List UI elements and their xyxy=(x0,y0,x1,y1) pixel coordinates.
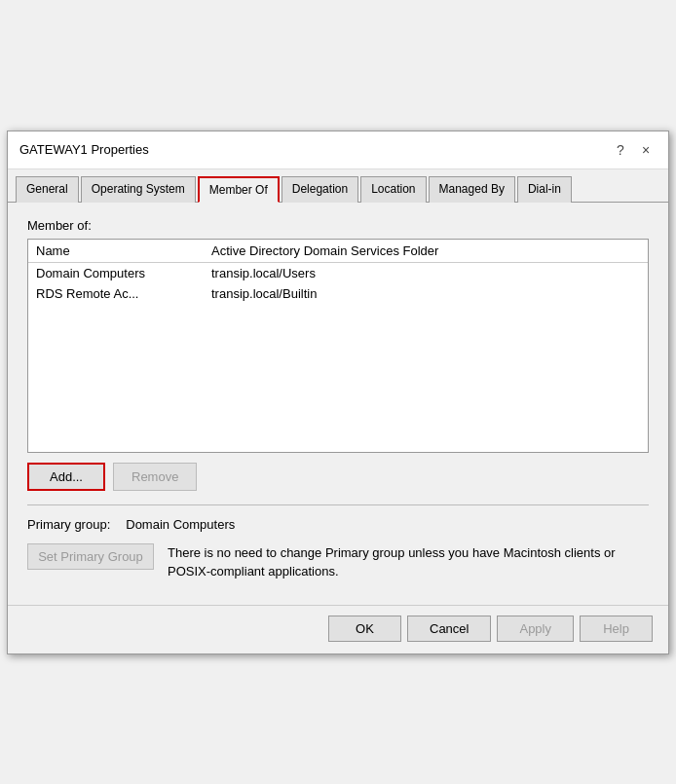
divider xyxy=(27,504,649,505)
set-primary-row: Set Primary Group There is no need to ch… xyxy=(27,543,649,581)
close-title-button[interactable]: × xyxy=(635,139,657,161)
row-folder: transip.local/Builtin xyxy=(204,283,648,304)
dialog-footer: OK Cancel Apply Help xyxy=(8,605,668,653)
add-button[interactable]: Add... xyxy=(27,463,105,491)
tab-content: Member of: Name Active Directory Domain … xyxy=(8,203,668,597)
title-bar: GATEWAY1 Properties ? × xyxy=(8,131,668,169)
col-header-folder: Active Directory Domain Services Folder xyxy=(204,240,648,263)
member-action-buttons: Add... Remove xyxy=(27,463,649,491)
tab-general[interactable]: General xyxy=(16,176,79,203)
tab-bar: General Operating System Member Of Deleg… xyxy=(8,169,668,203)
tab-delegation[interactable]: Delegation xyxy=(282,176,358,203)
row-name: Domain Computers xyxy=(28,262,204,283)
member-of-label: Member of: xyxy=(27,218,649,233)
member-of-table[interactable]: Name Active Directory Domain Services Fo… xyxy=(27,239,649,453)
row-folder: transip.local/Users xyxy=(204,262,648,283)
col-header-name: Name xyxy=(28,240,204,263)
tab-member-of[interactable]: Member Of xyxy=(198,176,280,203)
table-row[interactable]: RDS Remote Ac... transip.local/Builtin xyxy=(28,283,648,304)
remove-button[interactable]: Remove xyxy=(113,463,197,491)
help-title-button[interactable]: ? xyxy=(610,139,631,161)
row-name: RDS Remote Ac... xyxy=(28,283,204,304)
cancel-button[interactable]: Cancel xyxy=(407,616,491,642)
window-title: GATEWAY1 Properties xyxy=(19,142,149,157)
tab-dial-in[interactable]: Dial-in xyxy=(517,176,572,203)
tab-managed-by[interactable]: Managed By xyxy=(429,176,515,203)
set-primary-group-button[interactable]: Set Primary Group xyxy=(27,543,154,570)
primary-group-row: Primary group: Domain Computers xyxy=(27,517,649,532)
title-bar-controls: ? × xyxy=(610,139,657,161)
table-row[interactable]: Domain Computers transip.local/Users xyxy=(28,262,648,283)
tab-location[interactable]: Location xyxy=(360,176,426,203)
set-primary-description: There is no need to change Primary group… xyxy=(168,543,649,581)
primary-group-label: Primary group: xyxy=(27,517,110,532)
dialog-window: GATEWAY1 Properties ? × General Operatin… xyxy=(7,131,669,654)
tab-operating-system[interactable]: Operating System xyxy=(81,176,196,203)
help-button[interactable]: Help xyxy=(580,616,653,642)
primary-group-value: Domain Computers xyxy=(126,517,235,532)
ok-button[interactable]: OK xyxy=(328,616,401,642)
apply-button[interactable]: Apply xyxy=(497,616,574,642)
